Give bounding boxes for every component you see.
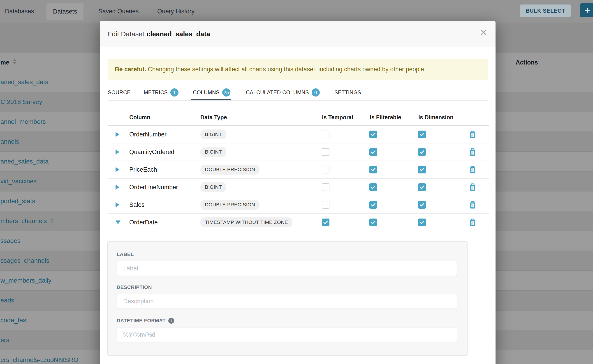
nav-item-datasets[interactable]: Datasets <box>46 3 84 20</box>
tab-count-badge: 0 <box>312 88 320 97</box>
tab-calculated-columns[interactable]: CALCULATED COLUMNS0 <box>246 85 320 100</box>
expand-caret-icon[interactable] <box>116 150 119 155</box>
nav-item-databases[interactable]: Databases <box>5 0 34 23</box>
dataset-link[interactable]: C 2018 Survey <box>0 98 42 105</box>
is-dimension-header: Is Dimension <box>418 110 454 124</box>
trash-icon[interactable] <box>469 201 476 209</box>
is-filterable-checkbox-checked[interactable] <box>369 130 377 138</box>
column-name: OrderDate <box>129 219 158 226</box>
data-type-header: Data Type <box>200 110 227 124</box>
datetime-format-input[interactable] <box>117 327 457 342</box>
is-temporal-checkbox-unchecked[interactable] <box>322 130 329 138</box>
dataset-link[interactable]: annels <box>0 138 19 145</box>
is-filterable-checkbox-checked[interactable] <box>369 219 377 226</box>
column-row-ordernumber: OrderNumberBIGINT <box>108 126 489 143</box>
close-icon[interactable]: ✕ <box>480 28 488 37</box>
name-column-header[interactable]: me <box>0 53 9 72</box>
column-row-priceeach: PriceEachDOUBLE PRECISION <box>108 161 489 179</box>
dataset-link[interactable]: eads <box>0 297 14 304</box>
dataset-link[interactable]: ported_stats <box>0 198 35 205</box>
dataset-link[interactable]: vid_vaccines <box>0 178 37 185</box>
column-row-orderlinenumber: OrderLineNumberBIGINT <box>108 179 489 196</box>
add-dataset-button[interactable]: + <box>580 3 593 17</box>
is-temporal-checkbox-unchecked[interactable] <box>322 148 329 156</box>
dataset-link[interactable]: ers <box>0 337 9 344</box>
column-row-sales: SalesDOUBLE PRECISION <box>108 196 489 214</box>
info-icon[interactable]: i <box>168 318 174 324</box>
is-filterable-checkbox-checked[interactable] <box>369 183 377 191</box>
description-input[interactable] <box>117 294 457 309</box>
tab-metrics[interactable]: METRICS1 <box>144 85 178 100</box>
tab-label: METRICS <box>144 90 168 96</box>
nav-item-query-history[interactable]: Query History <box>157 0 195 23</box>
tab-label: SETTINGS <box>334 90 361 96</box>
data-type-badge: DOUBLE PRECISION <box>200 200 259 210</box>
is-temporal-checkbox-unchecked[interactable] <box>322 183 329 191</box>
dataset-link[interactable]: annel_members <box>0 118 46 125</box>
is-filterable-checkbox-checked[interactable] <box>369 148 377 156</box>
data-type-badge: BIGINT <box>200 147 226 157</box>
warning-text: Changing these settings will affect all … <box>148 66 426 73</box>
description-field-label: DESCRIPTION <box>117 284 152 290</box>
tab-settings[interactable]: SETTINGS <box>334 85 361 100</box>
column-name: QuantityOrdered <box>129 149 174 156</box>
label-field-label: LABEL <box>117 252 134 257</box>
column-row-quantityordered: QuantityOrderedBIGINT <box>108 143 489 161</box>
is-temporal-checkbox-unchecked[interactable] <box>322 201 329 209</box>
is-temporal-checkbox-checked[interactable] <box>322 219 329 226</box>
expand-caret-icon[interactable] <box>116 132 119 137</box>
actions-column-header: Actions <box>516 53 538 72</box>
column-header: Column <box>129 110 150 124</box>
data-type-badge: DOUBLE PRECISION <box>200 165 259 175</box>
modal-title: Edit Dataset cleaned_sales_data <box>107 21 210 47</box>
tab-count-badge: 1 <box>170 88 178 97</box>
column-name: OrderNumber <box>129 131 166 138</box>
is-dimension-checkbox-checked[interactable] <box>418 201 426 209</box>
column-name: Sales <box>129 202 145 208</box>
is-dimension-checkbox-checked[interactable] <box>418 219 426 226</box>
trash-icon[interactable] <box>469 166 476 174</box>
sort-icon[interactable] <box>13 59 16 64</box>
trash-icon[interactable] <box>469 130 476 138</box>
trash-icon[interactable] <box>469 183 476 191</box>
column-detail-panel: LABEL DESCRIPTION DATETIME FORMAT i <box>107 241 468 356</box>
tab-columns[interactable]: COLUMNS25 <box>193 85 231 100</box>
collapse-caret-icon[interactable] <box>116 221 120 224</box>
warning-bold-text: Be careful. <box>115 66 146 73</box>
dataset-link[interactable]: ers_channels-uzooNNtSRO <box>0 356 79 364</box>
modal-tabs: SOURCEMETRICS1COLUMNS25CALCULATED COLUMN… <box>108 85 488 101</box>
tab-label: CALCULATED COLUMNS <box>246 90 309 96</box>
nav-item-saved-queries[interactable]: Saved Queries <box>98 0 139 23</box>
expand-caret-icon[interactable] <box>116 167 119 172</box>
expand-caret-icon[interactable] <box>116 185 119 190</box>
dataset-link[interactable]: w_members_daily <box>0 277 52 284</box>
dataset-link[interactable]: code_test <box>0 317 28 324</box>
warning-banner: Be careful. Changing these settings will… <box>108 59 488 80</box>
trash-icon[interactable] <box>469 148 476 156</box>
modal-header: Edit Dataset cleaned_sales_data ✕ <box>100 21 495 47</box>
screen: DatabasesDatasetsSaved QueriesQuery Hist… <box>0 0 593 364</box>
is-filterable-checkbox-checked[interactable] <box>369 201 377 209</box>
is-dimension-checkbox-checked[interactable] <box>418 183 426 191</box>
bulk-select-button[interactable]: BULK SELECT <box>520 5 571 17</box>
dataset-link[interactable]: aned_sales_data <box>0 158 48 165</box>
dataset-name: cleaned_sales_data <box>146 30 210 38</box>
label-input[interactable] <box>117 261 457 276</box>
dataset-link[interactable]: aned_sales_data <box>0 78 48 86</box>
data-type-badge: BIGINT <box>200 182 226 192</box>
is-temporal-checkbox-unchecked[interactable] <box>322 166 329 173</box>
tab-count-badge: 25 <box>222 88 231 97</box>
is-filterable-checkbox-checked[interactable] <box>369 166 377 173</box>
is-temporal-header: Is Temporal <box>322 110 353 124</box>
is-dimension-checkbox-checked[interactable] <box>418 130 426 138</box>
tab-source[interactable]: SOURCE <box>108 85 131 100</box>
expand-caret-icon[interactable] <box>116 202 119 207</box>
data-type-badge: BIGINT <box>200 130 226 139</box>
trash-icon[interactable] <box>469 218 476 227</box>
dataset-link[interactable]: mbers_channels_2 <box>0 217 54 225</box>
dataset-link[interactable]: ssages <box>0 237 20 244</box>
tab-label: COLUMNS <box>193 90 220 96</box>
is-dimension-checkbox-checked[interactable] <box>418 166 426 173</box>
is-dimension-checkbox-checked[interactable] <box>418 148 426 156</box>
dataset-link[interactable]: ssages_channels <box>0 257 49 264</box>
